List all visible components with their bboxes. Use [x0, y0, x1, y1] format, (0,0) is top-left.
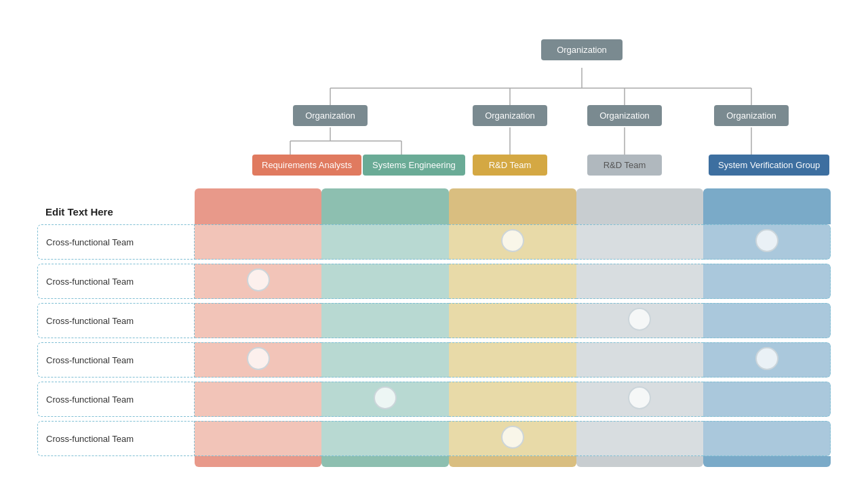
- cell-4-1: [195, 342, 322, 378]
- l2-label-4: Organization: [726, 110, 776, 121]
- l3-label-rd1: R&D Team: [489, 160, 532, 170]
- cell-2-5: [703, 264, 831, 299]
- l2-label-1: Organization: [305, 110, 355, 121]
- matrix-row: Cross-functional Team: [37, 421, 831, 456]
- cell-2-4: [576, 264, 704, 299]
- header-row: Edit Text Here: [37, 199, 831, 224]
- matrix-row: Cross-functional Team: [37, 224, 831, 260]
- cell-1-2: [321, 224, 449, 260]
- l2-label-3: Organization: [599, 110, 650, 121]
- cell-2-2: [321, 264, 449, 299]
- cell-5-4: [576, 382, 704, 417]
- root-org-node: Organization: [541, 39, 623, 60]
- cell-3-1: [195, 303, 322, 338]
- l2-node-3[interactable]: Organization: [587, 105, 662, 126]
- l3-node-rd2[interactable]: R&D Team: [587, 155, 662, 176]
- matrix-row: Cross-functional Team: [37, 303, 831, 338]
- matrix-row-header: Edit Text Here: [37, 199, 195, 224]
- l2-node-2[interactable]: Organization: [473, 105, 547, 126]
- l3-label-rd2: R&D Team: [604, 160, 646, 170]
- l3-node-syseng[interactable]: Systems Engineering: [363, 155, 465, 176]
- cell-4-2: [321, 342, 449, 378]
- l2-node-1[interactable]: Organization: [293, 105, 368, 126]
- cell-1-3: [449, 224, 576, 260]
- row-label-1: Cross-functional Team: [37, 224, 195, 260]
- l3-label-requirements: Requirements Analysts: [262, 160, 352, 170]
- circle-2-1: [247, 268, 270, 291]
- matrix-row: Cross-functional Team: [37, 264, 831, 299]
- cell-6-2: [321, 421, 449, 456]
- circle-1-3: [501, 229, 524, 252]
- l3-label-syseng: Systems Engineering: [372, 160, 456, 170]
- cell-3-3: [449, 303, 576, 338]
- cell-5-5: [703, 382, 831, 417]
- cell-6-3: [449, 421, 576, 456]
- l3-node-svg[interactable]: System Verification Group: [709, 155, 829, 176]
- l3-node-requirements[interactable]: Requirements Analysts: [252, 155, 361, 176]
- cell-1-1: [195, 224, 322, 260]
- row-label-2: Cross-functional Team: [37, 264, 195, 299]
- cell-1-4: [576, 224, 704, 260]
- bottom-band-row: [37, 456, 831, 467]
- circle-4-1: [247, 347, 270, 370]
- circle-5-4: [628, 386, 651, 409]
- cell-1-5: [703, 224, 831, 260]
- row-label-4: Cross-functional Team: [37, 342, 195, 378]
- circle-3-4: [628, 308, 651, 331]
- row-label-6: Cross-functional Team: [37, 421, 195, 456]
- matrix-row: Cross-functional Team: [37, 382, 831, 417]
- l2-label-2: Organization: [485, 110, 535, 121]
- root-org-label: Organization: [557, 45, 607, 55]
- circle-6-3: [501, 426, 524, 449]
- cell-3-5: [703, 303, 831, 338]
- cell-6-5: [703, 421, 831, 456]
- cell-2-1: [195, 264, 322, 299]
- circle-5-2: [374, 386, 397, 409]
- cell-5-3: [449, 382, 576, 417]
- circle-1-5: [755, 229, 778, 252]
- cell-6-1: [195, 421, 322, 456]
- cell-3-4: [576, 303, 704, 338]
- cell-2-3: [449, 264, 576, 299]
- band-row: [37, 188, 831, 199]
- matrix-row: Cross-functional Team: [37, 342, 831, 378]
- row-label-3: Cross-functional Team: [37, 303, 195, 338]
- cell-5-2: [321, 382, 449, 417]
- row-label-5: Cross-functional Team: [37, 382, 195, 417]
- cell-3-2: [321, 303, 449, 338]
- cell-5-1: [195, 382, 322, 417]
- cell-4-3: [449, 342, 576, 378]
- l3-node-rd1[interactable]: R&D Team: [473, 155, 547, 176]
- cell-6-4: [576, 421, 704, 456]
- l2-node-4[interactable]: Organization: [714, 105, 789, 126]
- l3-label-svg: System Verification Group: [718, 160, 820, 170]
- circle-4-5: [755, 347, 778, 370]
- cell-4-5: [703, 342, 831, 378]
- cell-4-4: [576, 342, 704, 378]
